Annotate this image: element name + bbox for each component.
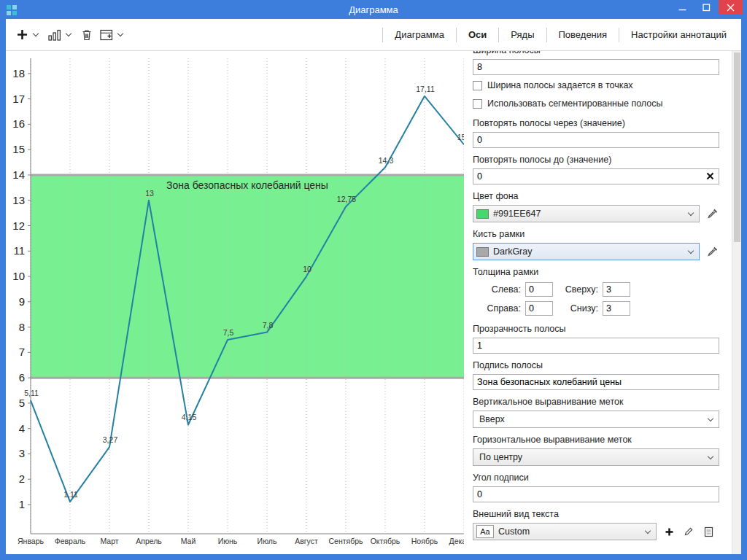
strip-width-label: Ширина полосы — [473, 51, 719, 56]
delete-button[interactable] — [78, 26, 96, 44]
chevron-down-icon — [688, 209, 694, 215]
maximize-button[interactable] — [694, 0, 719, 15]
chart-type-button[interactable] — [45, 26, 64, 44]
bg-color-swatch — [476, 209, 489, 219]
svg-text:Июль: Июль — [258, 537, 277, 545]
svg-text:Март: Март — [100, 537, 118, 545]
border-brush-combo[interactable]: DarkGray — [473, 243, 700, 260]
svg-text:16: 16 — [12, 117, 25, 130]
svg-text:Ноябрь: Ноябрь — [411, 537, 438, 545]
strip-width-input[interactable] — [473, 59, 719, 75]
font-preview-box: Aa — [476, 525, 494, 538]
v-align-dropdown[interactable]: Вверх — [473, 411, 719, 428]
clear-icon[interactable] — [706, 172, 714, 180]
border-brush-label: Кисть рамки — [473, 228, 719, 240]
svg-text:Май: Май — [181, 537, 196, 545]
toolbar: Диаграмма Оси Ряды Поведения Настройки а… — [6, 19, 741, 51]
thickness-top-input[interactable] — [603, 282, 630, 297]
repeat-until-input[interactable] — [473, 168, 719, 184]
chevron-down-icon — [708, 415, 713, 421]
svg-text:2: 2 — [19, 472, 25, 485]
minimize-button[interactable] — [670, 0, 694, 15]
bg-color-combo[interactable]: #991EE647 — [473, 205, 700, 222]
svg-text:Июнь: Июнь — [218, 537, 238, 545]
chevron-down-icon — [645, 527, 651, 533]
chart-area: ЯнварьФевральМартАпрельМайИюньИюльАвгуст… — [6, 51, 464, 554]
app-window: Диаграмма — [0, 0, 747, 560]
settings-tabs: Диаграмма Оси Ряды Поведения Настройки а… — [382, 19, 738, 50]
panel-scrollbar-thumb[interactable] — [734, 52, 740, 242]
add-pane-dropdown-caret[interactable] — [117, 31, 123, 36]
svg-text:13: 13 — [145, 189, 154, 198]
chart-type-dropdown-caret[interactable] — [66, 31, 71, 36]
svg-text:12: 12 — [12, 219, 25, 232]
thickness-right-input[interactable] — [525, 301, 553, 316]
svg-text:15,2: 15,2 — [457, 133, 464, 141]
add-pane-button[interactable] — [97, 26, 116, 44]
svg-text:10: 10 — [303, 265, 311, 273]
bg-color-label: Цвет фона — [473, 190, 719, 202]
segmented-strips-checkbox[interactable] — [473, 99, 482, 109]
tab-axes[interactable]: Оси — [457, 19, 498, 50]
svg-text:Декабрь: Декабрь — [449, 537, 464, 545]
svg-text:13: 13 — [12, 194, 25, 206]
tab-diagram[interactable]: Диаграмма — [383, 19, 456, 50]
thickness-left-input[interactable] — [525, 282, 553, 297]
svg-text:3,27: 3,27 — [103, 435, 118, 444]
segmented-strips-label: Использовать сегментированные полосы — [487, 98, 662, 109]
width-in-points-checkbox[interactable] — [473, 81, 482, 90]
window-controls — [670, 0, 747, 19]
thickness-right-label: Справа: — [483, 303, 521, 314]
width-in-points-label: Ширина полосы задается в точках — [487, 80, 633, 90]
thickness-bottom-input[interactable] — [603, 301, 630, 316]
h-align-label: Горизонтальное выравнивание меток — [473, 434, 719, 446]
svg-text:Апрель: Апрель — [136, 537, 162, 545]
text-appearance-value: Custom — [498, 526, 530, 537]
svg-text:3: 3 — [19, 447, 25, 459]
add-element-dropdown-caret[interactable] — [33, 31, 39, 36]
toolbar-buttons — [13, 26, 128, 44]
panel-scrollbar[interactable] — [732, 51, 741, 554]
svg-text:17: 17 — [12, 93, 25, 105]
svg-text:15: 15 — [12, 143, 25, 155]
svg-text:9: 9 — [19, 295, 25, 308]
label-angle-label: Угол подписи — [473, 472, 719, 483]
text-appearance-label: Внешний вид текста — [473, 508, 719, 520]
svg-text:7,8: 7,8 — [263, 321, 274, 330]
chevron-down-icon — [688, 247, 694, 253]
close-button[interactable] — [719, 0, 743, 15]
repeat-every-input[interactable] — [473, 132, 719, 148]
title-bar: Диаграмма — [0, 0, 747, 19]
tab-annotation-settings[interactable]: Настройки аннотаций — [619, 19, 738, 50]
h-align-dropdown[interactable]: По центру — [473, 448, 719, 466]
appearance-list-icon[interactable] — [701, 524, 716, 539]
width-in-points-checkbox-row[interactable]: Ширина полосы задается в точках — [473, 77, 719, 93]
svg-text:7: 7 — [19, 346, 25, 358]
svg-text:11: 11 — [13, 244, 25, 257]
add-appearance-icon[interactable] — [662, 524, 676, 539]
svg-text:7,5: 7,5 — [223, 328, 234, 337]
thickness-top-label: Сверху: — [557, 284, 598, 295]
tab-series[interactable]: Ряды — [499, 19, 546, 50]
svg-text:Октябрь: Октябрь — [371, 537, 400, 545]
svg-text:5,11: 5,11 — [24, 389, 39, 397]
tab-behaviors[interactable]: Поведения — [547, 19, 619, 50]
label-angle-input[interactable] — [473, 486, 719, 502]
svg-text:14: 14 — [12, 168, 25, 181]
caption-input[interactable] — [473, 374, 719, 390]
segmented-strips-checkbox-row[interactable]: Использовать сегментированные полосы — [473, 96, 719, 112]
text-appearance-combo[interactable]: Aa Custom — [473, 523, 657, 540]
svg-text:1: 1 — [19, 498, 25, 510]
svg-text:18: 18 — [12, 67, 25, 79]
svg-text:6: 6 — [19, 371, 25, 384]
price-line-chart: ЯнварьФевральМартАпрельМайИюньИюльАвгуст… — [6, 51, 464, 554]
bg-color-value: #991EE647 — [493, 209, 541, 219]
edit-appearance-icon[interactable] — [681, 524, 696, 539]
svg-text:14,3: 14,3 — [379, 156, 394, 165]
opacity-input[interactable] — [473, 338, 719, 354]
border-brush-swatch — [476, 247, 489, 257]
properties-panel: Ширина полосы Ширина полосы задается в т… — [464, 51, 741, 554]
bg-color-eyedropper-icon[interactable] — [705, 206, 719, 221]
border-brush-eyedropper-icon[interactable] — [705, 244, 719, 259]
add-element-button[interactable] — [13, 26, 31, 44]
